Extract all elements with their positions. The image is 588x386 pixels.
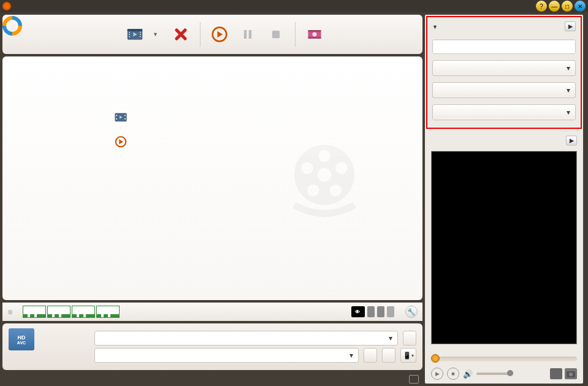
convert-button[interactable] xyxy=(208,23,231,46)
close-button[interactable]: ✕ xyxy=(575,1,586,12)
collapse-preset-button[interactable]: ▶ xyxy=(565,21,576,31)
svg-point-18 xyxy=(116,118,117,120)
filename-input[interactable] xyxy=(432,39,576,54)
chevron-down-icon: ▼ xyxy=(432,24,438,30)
snapshot-button[interactable] xyxy=(565,368,577,379)
preset-select[interactable]: ▾ xyxy=(94,331,398,345)
svg-point-15 xyxy=(313,33,317,37)
svg-rect-1 xyxy=(128,29,143,31)
chevron-down-icon: ▾ xyxy=(389,334,392,342)
chevron-down-icon: ▾ xyxy=(349,351,353,360)
svg-point-3 xyxy=(129,34,130,35)
film-reel-icon xyxy=(281,141,367,226)
chevron-down-icon: ▼ xyxy=(153,31,158,37)
cpu-graphs xyxy=(23,306,120,318)
pause-button[interactable] xyxy=(236,23,259,46)
browse-button[interactable] xyxy=(364,348,377,363)
save-as-button[interactable] xyxy=(403,331,416,345)
svg-rect-9 xyxy=(244,30,246,39)
svg-point-27 xyxy=(307,184,319,196)
svg-point-6 xyxy=(140,34,141,35)
svg-point-7 xyxy=(140,36,141,37)
preview-screen xyxy=(431,151,577,344)
hd-profile-icon: HDAVC xyxy=(9,328,34,350)
device-button[interactable]: 📱▾ xyxy=(400,348,416,363)
add-file-icon xyxy=(114,110,128,124)
bottom-controls: HDAVC ▾ ▾ xyxy=(2,323,422,370)
chevron-down-icon: ▾ xyxy=(567,64,570,72)
watermark xyxy=(0,14,27,38)
convert-icon xyxy=(114,135,128,149)
nvidia-badge xyxy=(351,306,365,317)
svg-point-20 xyxy=(124,118,126,120)
svg-point-25 xyxy=(335,162,348,174)
resolution-select[interactable]: ▾ xyxy=(432,60,576,76)
open-button[interactable] xyxy=(382,348,395,363)
svg-point-30 xyxy=(569,372,573,376)
video-quality-select[interactable]: ▾ xyxy=(432,82,576,98)
app-badge xyxy=(387,306,394,317)
status-layout-icon[interactable] xyxy=(409,375,419,384)
svg-point-5 xyxy=(140,32,141,33)
settings-button[interactable]: 🔧 xyxy=(405,306,418,318)
status-bar xyxy=(0,372,425,386)
effects-button[interactable] xyxy=(303,23,326,46)
toolbar: ▼ xyxy=(2,15,422,54)
preset-panel: ▼ ▶ ▾ ▾ ▾ xyxy=(426,16,582,129)
svg-point-4 xyxy=(129,36,130,37)
chevron-down-icon: ▾ xyxy=(567,86,570,95)
minimize-button[interactable]: — xyxy=(549,1,560,12)
amd-badge xyxy=(377,306,384,317)
watermark-logo-icon xyxy=(0,14,25,38)
collapse-preview-button[interactable]: ▶ xyxy=(566,136,577,145)
svg-rect-13 xyxy=(308,30,321,32)
audio-quality-select[interactable]: ▾ xyxy=(432,104,576,120)
svg-point-28 xyxy=(301,162,313,174)
stats-bar: ⊗ 🔧 xyxy=(2,303,422,321)
svg-point-26 xyxy=(329,184,342,196)
play-button[interactable]: ▶ xyxy=(431,368,443,380)
delete-button[interactable] xyxy=(169,23,193,46)
preview-panel: ▶ ▶ ■ 🔊 xyxy=(426,131,582,382)
svg-point-2 xyxy=(129,32,130,33)
maximize-button[interactable]: □ xyxy=(562,1,573,12)
svg-point-17 xyxy=(116,115,117,116)
svg-rect-10 xyxy=(249,30,251,39)
svg-rect-11 xyxy=(272,31,280,38)
clear-stats-button[interactable]: ⊗ xyxy=(7,308,13,316)
stop-preview-button[interactable]: ■ xyxy=(447,368,459,380)
cuda-badge xyxy=(367,306,375,317)
add-file-button[interactable]: ▼ xyxy=(119,23,151,46)
svg-point-23 xyxy=(318,168,331,182)
svg-point-19 xyxy=(124,115,126,116)
preview-seek-slider[interactable] xyxy=(431,357,577,361)
svg-point-24 xyxy=(318,150,330,162)
stop-button[interactable] xyxy=(264,23,288,46)
svg-rect-14 xyxy=(308,37,321,39)
volume-slider[interactable] xyxy=(476,372,513,375)
help-button[interactable]: ? xyxy=(536,1,547,12)
output-path-select[interactable]: ▾ xyxy=(94,348,359,363)
content-area xyxy=(2,56,422,300)
wizard-step-2 xyxy=(107,110,398,124)
titlebar: ? — □ ✕ xyxy=(0,0,588,12)
chevron-down-icon: ▾ xyxy=(567,108,570,117)
volume-icon[interactable]: 🔊 xyxy=(463,369,473,379)
app-icon xyxy=(2,2,11,10)
snapshot-toggle-button[interactable] xyxy=(550,368,562,379)
